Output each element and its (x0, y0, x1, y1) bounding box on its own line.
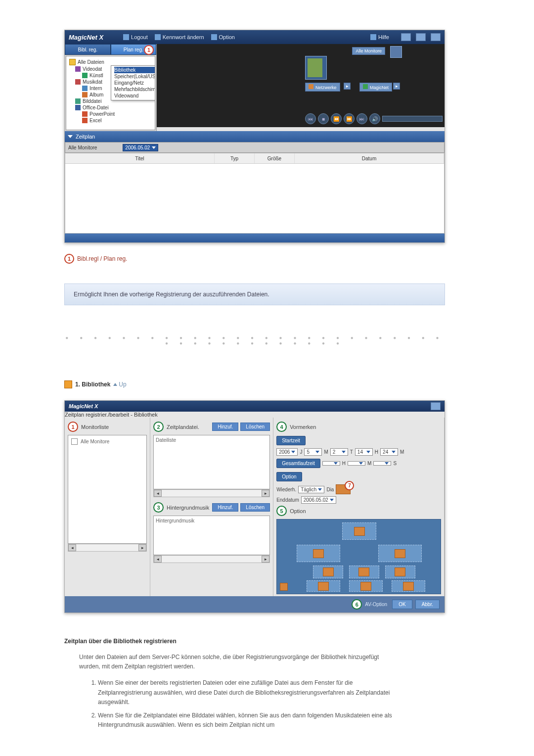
menu-eingang[interactable]: Eingang/Netz (114, 80, 155, 86)
dur-h-select[interactable] (322, 461, 340, 466)
window-close-icon[interactable] (431, 402, 441, 410)
layout-cell[interactable] (297, 545, 340, 562)
player-fwd-icon[interactable]: ⏩ (344, 113, 355, 124)
list-item[interactable]: Alle Monitore (70, 437, 144, 446)
arrow-icon[interactable]: ▸ (344, 83, 351, 90)
window-max-icon[interactable] (416, 33, 426, 41)
help-icon (370, 34, 376, 40)
scroll-right-icon[interactable]: ▸ (138, 544, 146, 551)
layout-option-area[interactable] (276, 519, 441, 594)
checkbox-icon[interactable] (71, 438, 78, 445)
network-icon (309, 84, 313, 89)
monitor-icon (391, 47, 401, 57)
layout-cell[interactable] (342, 522, 376, 540)
hintergrundmusik-box[interactable]: Hintergrundmusik (153, 516, 270, 555)
dia-button[interactable]: 7 (336, 484, 351, 494)
window-close-icon[interactable] (431, 33, 441, 41)
menu-videowand[interactable]: Videowand (114, 93, 155, 99)
hscroll[interactable]: ◂▸ (68, 544, 147, 552)
scroll-left-icon[interactable]: ◂ (154, 490, 162, 497)
scroll-right-icon[interactable]: ▸ (262, 556, 269, 563)
player-volume-slider[interactable] (382, 116, 443, 122)
preview-thumb[interactable] (305, 56, 327, 80)
dur-s-select[interactable] (373, 461, 391, 466)
sidebar: Bibl. reg. Plan reg. 1 Alle Dateien Vide… (65, 44, 157, 131)
ok-button[interactable]: OK (392, 600, 412, 609)
tree-album[interactable]: Album (89, 92, 103, 97)
layout-cell[interactable] (349, 580, 383, 592)
help-button[interactable]: Hilfe (370, 34, 389, 40)
tree-office[interactable]: Office-Datei (83, 105, 109, 110)
year-select[interactable]: 2006 (276, 448, 298, 456)
layout-cell[interactable] (307, 580, 340, 592)
tree-all-files[interactable]: Alle Dateien (78, 59, 104, 65)
preview-netzwerke-chip[interactable]: Netzwerke (305, 83, 340, 92)
layout-origin-icon[interactable] (280, 583, 288, 591)
col-titel[interactable]: Titel (65, 153, 215, 163)
menu-speicher[interactable]: Speicher(Lokal/USB) (114, 73, 155, 80)
preview-monitor-icon[interactable] (390, 46, 402, 58)
arrow-icon-2[interactable]: ▸ (393, 83, 400, 90)
player-stop-icon[interactable]: ■ (318, 113, 329, 124)
month-select[interactable]: 5 (304, 448, 322, 456)
col-typ[interactable]: Typ (215, 153, 255, 163)
player-vol-icon[interactable]: 🔊 (369, 113, 380, 124)
logout-button[interactable]: Logout (123, 34, 148, 40)
zeitplan-header[interactable]: Zeitplan (65, 131, 445, 142)
layout-cell[interactable] (385, 566, 416, 578)
loeschen-button-2[interactable]: Löschen (240, 503, 270, 512)
min-select[interactable]: 24 (380, 448, 398, 456)
tab-plan-reg[interactable]: Plan reg. 1 (111, 44, 157, 55)
scroll-left-icon[interactable]: ◂ (154, 556, 162, 563)
option-button[interactable]: Option (211, 34, 235, 40)
hinzuf-button[interactable]: Hinzuf. (212, 423, 238, 431)
wiederh-select[interactable]: Täglich (298, 486, 324, 493)
loeschen-button[interactable]: Löschen (240, 423, 270, 431)
day-select[interactable]: 2 (330, 448, 348, 456)
player-rew-icon[interactable]: ⏪ (331, 113, 342, 124)
tree-excel[interactable]: Excel (89, 118, 101, 123)
net-icon (82, 86, 88, 91)
tree-video[interactable]: Videodat (83, 66, 102, 72)
dur-m-select[interactable] (348, 461, 365, 466)
menu-bibliothek[interactable]: Bibliothek (114, 67, 155, 73)
tree-musik[interactable]: Musikdat (83, 79, 102, 85)
date-combo[interactable]: 2006.05.02 (123, 144, 158, 151)
hscroll-2[interactable]: ◂▸ (153, 489, 270, 497)
tree-ppt[interactable]: PowerPoint (89, 111, 115, 117)
dateiliste-box[interactable]: Dateiliste (153, 435, 270, 489)
preview-magicnet-chip[interactable]: MagicNet (359, 83, 392, 92)
col-groesse[interactable]: Größe (255, 153, 295, 163)
zeitplandatei-title: Zeitplandatei. (167, 424, 199, 430)
file-tree[interactable]: Alle Dateien Videodat Künstl Musikdat In… (66, 56, 155, 130)
hour-select[interactable]: 14 (355, 448, 373, 456)
tab-bibl-reg[interactable]: Bibl. reg. (65, 44, 111, 55)
layout-cell[interactable] (378, 545, 422, 562)
abbr-button[interactable]: Abbr. (415, 600, 440, 609)
chevron-down-icon (68, 135, 73, 138)
up-link[interactable]: Up (113, 381, 126, 388)
callout-badge-7: 7 (345, 481, 354, 490)
scroll-left-icon[interactable]: ◂ (68, 544, 76, 551)
col-datum[interactable]: Datum (295, 153, 444, 163)
layout-cell[interactable] (349, 566, 380, 578)
alle-monitore-label: Alle Monitore (68, 145, 97, 150)
hinzuf-button-2[interactable]: Hinzuf. (212, 503, 238, 512)
tree-bild[interactable]: Bilddatei (83, 98, 101, 104)
player-prev-icon[interactable]: ⏮ (305, 113, 316, 124)
monitor-list[interactable]: Alle Monitore (68, 435, 147, 544)
context-menu[interactable]: Bibliothek Speicher(Lokal/USB) Eingang/N… (111, 65, 155, 100)
enddatum-select[interactable]: 2006.05.02 (301, 496, 336, 504)
layout-cell[interactable] (392, 580, 425, 592)
tree-inter[interactable]: Intern (89, 86, 102, 91)
player-next-icon[interactable]: ⏭ (356, 113, 367, 124)
password-button[interactable]: Kennwort ändern (155, 34, 204, 40)
tree-kunst[interactable]: Künstl (89, 73, 103, 78)
chevron-down-icon (366, 451, 370, 453)
menu-mehrfach[interactable]: Mehrfachbildschirm (114, 86, 155, 93)
scroll-right-icon[interactable]: ▸ (262, 490, 269, 497)
layout-cell[interactable] (313, 566, 344, 578)
hscroll-3[interactable]: ◂▸ (153, 555, 270, 563)
app2-titlebar: MagicNet X (65, 401, 445, 412)
window-min-icon[interactable] (401, 33, 411, 41)
